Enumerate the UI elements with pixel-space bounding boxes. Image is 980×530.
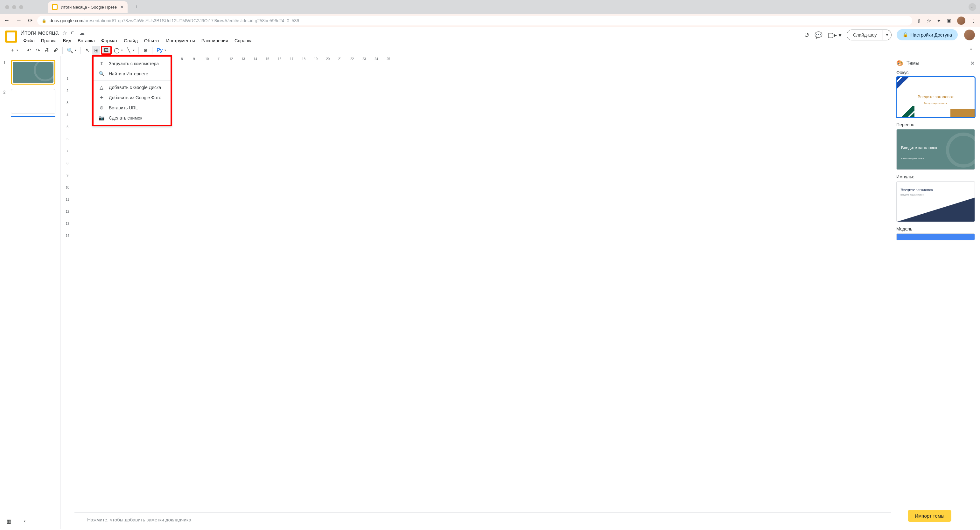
profile-avatar[interactable]	[957, 16, 966, 25]
slide-canvas[interactable]	[75, 63, 891, 529]
reload-button[interactable]: ⟳	[28, 17, 33, 24]
document-title[interactable]: Итоги месяца	[21, 29, 59, 36]
paint-format-button[interactable]: 🖌	[51, 46, 60, 55]
theme-label: Импульс	[896, 174, 975, 179]
zoom-window-icon[interactable]	[19, 5, 23, 9]
comments-icon[interactable]: 💬	[815, 31, 822, 39]
grid-view-button[interactable]: ▦	[6, 518, 11, 524]
star-icon[interactable]: ☆	[62, 30, 67, 36]
slideshow-dropdown-button[interactable]: ▾	[883, 30, 891, 40]
kebab-menu-icon[interactable]: ⋮	[971, 18, 976, 24]
menu-объект[interactable]: Объект	[141, 37, 162, 44]
theme-group: ФокусВведите заголовокВведите подзаголов…	[896, 70, 975, 117]
theme-thumbnail[interactable]: Введите заголовокВведите подзаголовок	[896, 77, 975, 117]
close-panel-button[interactable]: ✕	[970, 60, 975, 67]
slide-number: 1	[3, 60, 8, 84]
new-tab-button[interactable]: +	[132, 2, 142, 12]
theme-thumbnail[interactable]: Введите заголовокВведите подзаголовок	[896, 129, 975, 170]
forward-button[interactable]: →	[16, 17, 22, 24]
minimize-window-icon[interactable]	[12, 5, 16, 9]
menu-файл[interactable]: Файл	[21, 37, 38, 44]
comment-button[interactable]: ⊕	[141, 46, 150, 55]
window-controls[interactable]	[5, 5, 23, 9]
dropdown-item-icon: 📷	[99, 115, 104, 121]
menu-bar: ФайлПравкаВидВставкаФорматСлайдОбъектИнс…	[21, 37, 256, 44]
dropdown-item-icon: ↥	[99, 61, 104, 67]
menu-формат[interactable]: Формат	[98, 37, 121, 44]
account-avatar[interactable]	[964, 30, 975, 40]
dropdown-item[interactable]: 📷Сделать снимок	[94, 113, 170, 123]
background-button[interactable]: Ру	[155, 46, 164, 55]
import-theme-button[interactable]: Импорт темы	[908, 510, 951, 522]
dropdown-item-icon: ⊘	[99, 105, 104, 111]
format-caret-icon[interactable]: ▾	[164, 49, 166, 52]
dropdown-item-label: Вставить URL	[109, 105, 138, 110]
share-icon[interactable]: ⇧	[917, 18, 921, 24]
dropdown-item[interactable]: ⊘Вставить URL	[94, 103, 170, 113]
dropdown-item-label: Сделать снимок	[109, 116, 142, 121]
browser-tab[interactable]: Итоги месяца - Google Презе ✕	[48, 1, 127, 13]
close-window-icon[interactable]	[5, 5, 9, 9]
sidepanel-icon[interactable]: ▣	[947, 18, 951, 24]
ruler-tick: 18	[302, 57, 305, 61]
filmstrip: 1 2	[0, 56, 60, 529]
new-slide-caret-icon[interactable]: ▾	[16, 49, 18, 52]
theme-thumbnail[interactable]	[896, 233, 975, 240]
speaker-notes[interactable]: Нажмите, чтобы добавить заметки докладчи…	[75, 512, 891, 529]
shape-button[interactable]: ◯	[112, 46, 121, 55]
ruler-tick: 7	[60, 149, 75, 153]
textbox-button[interactable]: ⊞	[92, 46, 100, 55]
dropdown-item[interactable]: △Добавить с Google Диска	[94, 83, 170, 92]
insert-image-button[interactable]: 🖼	[101, 46, 112, 55]
menu-правка[interactable]: Правка	[38, 37, 59, 44]
slide-thumbnail-1[interactable]	[11, 60, 56, 84]
redo-button[interactable]: ↷	[34, 46, 42, 55]
ruler-tick: 12	[229, 57, 233, 61]
history-icon[interactable]: ↺	[804, 31, 810, 39]
line-caret-icon[interactable]: ▾	[133, 49, 135, 52]
new-slide-button[interactable]: +	[8, 46, 16, 55]
ruler-tick: 23	[363, 57, 366, 61]
undo-button[interactable]: ↶	[25, 46, 33, 55]
shape-caret-icon[interactable]: ▾	[121, 49, 123, 52]
theme-thumbnail[interactable]: Введите заголовокВведите подзаголовок	[896, 181, 975, 222]
collapse-toolbar-button[interactable]: ⌃	[967, 46, 975, 55]
theme-label: Модель	[896, 226, 975, 232]
menu-расширения[interactable]: Расширения	[199, 37, 231, 44]
meet-icon[interactable]: ▢▸ ▾	[827, 31, 842, 39]
main-canvas[interactable]: 1234567891011121314151617181920212223242…	[75, 56, 891, 529]
menu-инструменты[interactable]: Инструменты	[163, 37, 197, 44]
dropdown-item[interactable]: 🔍Найти в Интернете	[94, 69, 170, 79]
ruler-tick: 17	[290, 57, 293, 61]
ruler-tick: 20	[326, 57, 329, 61]
cloud-status-icon[interactable]: ☁	[80, 30, 84, 36]
back-button[interactable]: ←	[4, 17, 10, 24]
zoom-caret-icon[interactable]: ▾	[75, 49, 76, 52]
toolbar: +▾ ↶ ↷ 🖨 🖌 🔍▾ ↖ ⊞ 🖼 ◯▾ ╲▾ ⊕ Ру▾ ⌃ ↥Загру…	[0, 44, 980, 56]
zoom-button[interactable]: 🔍	[65, 46, 75, 55]
collapse-filmstrip-button[interactable]: ‹	[24, 518, 25, 524]
close-tab-icon[interactable]: ✕	[120, 5, 124, 10]
bookmark-icon[interactable]: ☆	[926, 18, 931, 24]
menu-вставка[interactable]: Вставка	[75, 37, 98, 44]
slide-thumbnail-2[interactable]	[11, 89, 56, 114]
share-button[interactable]: 🔒 Настройки Доступа	[897, 29, 958, 40]
url-field[interactable]: 🔒 docs.google.com/presentation/d/1-qp78z…	[37, 16, 912, 25]
menu-слайд[interactable]: Слайд	[121, 37, 141, 44]
tabs-overflow-button[interactable]: ⌄	[969, 3, 976, 11]
move-icon[interactable]: 🗀	[71, 30, 76, 36]
line-button[interactable]: ╲	[125, 46, 133, 55]
menu-справка[interactable]: Справка	[232, 37, 256, 44]
slideshow-button[interactable]: Слайд-шоу	[847, 30, 883, 40]
ruler-tick: 12	[60, 210, 75, 213]
dropdown-item[interactable]: ✦Добавить из Google Фото	[94, 92, 170, 103]
horizontal-ruler: 1234567891011121314151617181920212223242…	[75, 56, 891, 63]
slides-logo-icon[interactable]	[5, 30, 17, 43]
dropdown-item[interactable]: ↥Загрузить с компьютера	[94, 59, 170, 69]
print-button[interactable]: 🖨	[43, 46, 51, 55]
dropdown-item-icon: △	[99, 84, 104, 90]
menu-вид[interactable]: Вид	[60, 37, 74, 44]
theme-group: Модель	[896, 226, 975, 240]
select-tool-button[interactable]: ↖	[83, 46, 91, 55]
extensions-icon[interactable]: ✦	[937, 18, 941, 24]
